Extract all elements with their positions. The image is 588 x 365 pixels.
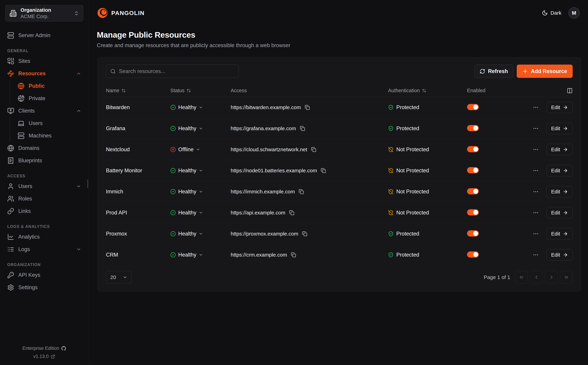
status-dropdown[interactable]: Healthy: [170, 210, 231, 216]
status-dropdown[interactable]: Offline: [170, 147, 231, 153]
row-actions: Edit: [510, 186, 573, 197]
access-cell: https://cloud.schwartznetwork.net: [231, 147, 388, 153]
chevron-down-icon: [199, 190, 203, 194]
edit-button[interactable]: Edit: [547, 165, 573, 176]
row-menu-button[interactable]: [533, 168, 539, 174]
enabled-toggle[interactable]: [467, 104, 479, 110]
column-header-status[interactable]: Status: [170, 88, 231, 93]
edit-button[interactable]: Edit: [547, 144, 573, 155]
status-label: Offline: [178, 147, 194, 153]
enabled-toggle[interactable]: [467, 167, 479, 173]
sidebar-item-analytics[interactable]: Analytics: [5, 231, 83, 243]
shield-check-icon: [388, 126, 394, 131]
copy-url-button[interactable]: [311, 147, 316, 152]
sidebar-item-client-users[interactable]: Users: [15, 117, 83, 129]
column-header-authentication[interactable]: Authentication: [388, 88, 467, 93]
refresh-button[interactable]: Refresh: [474, 64, 513, 78]
copy-url-button[interactable]: [305, 105, 310, 110]
sidebar-item-domains[interactable]: Domains: [5, 142, 83, 154]
copy-url-button[interactable]: [299, 189, 304, 194]
edition-link[interactable]: Enterprise Edition: [22, 346, 66, 351]
add-resource-button[interactable]: Add Resource: [517, 64, 573, 78]
enabled-toggle[interactable]: [467, 230, 479, 237]
circle-check-icon: [170, 168, 176, 173]
copy-url-button[interactable]: [321, 168, 326, 173]
row-menu-button[interactable]: [533, 231, 539, 237]
enabled-toggle[interactable]: [467, 188, 479, 194]
shield-check-icon: [388, 252, 394, 258]
resource-name: Nextcloud: [106, 147, 170, 153]
edit-button[interactable]: Edit: [547, 102, 573, 113]
page-size-select[interactable]: 20: [106, 271, 132, 283]
link-icon: [7, 208, 14, 215]
status-dropdown[interactable]: Healthy: [170, 125, 231, 132]
status-dropdown[interactable]: Healthy: [170, 104, 231, 111]
user-avatar[interactable]: M: [568, 7, 580, 19]
column-header-name[interactable]: Name: [106, 88, 170, 93]
first-page-button[interactable]: [515, 271, 528, 283]
sidebar-item-links[interactable]: Links: [5, 205, 83, 217]
sidebar-item-server-admin[interactable]: Server Admin: [5, 29, 83, 42]
combine-icon: [7, 58, 14, 64]
enabled-toggle[interactable]: [467, 251, 479, 258]
sidebar-item-resources[interactable]: Resources: [5, 67, 83, 80]
access-cell: https://node01.batteries.example.com: [231, 168, 388, 174]
edit-button[interactable]: Edit: [547, 207, 573, 218]
enabled-toggle[interactable]: [467, 146, 479, 152]
sidebar-item-settings[interactable]: Settings: [5, 281, 83, 294]
arrow-right-icon: [563, 252, 568, 257]
status-dropdown[interactable]: Healthy: [170, 252, 231, 258]
row-menu-button[interactable]: [533, 210, 539, 216]
status-dropdown[interactable]: Healthy: [170, 189, 231, 195]
copy-url-button[interactable]: [291, 252, 296, 257]
edit-button[interactable]: Edit: [547, 123, 573, 134]
edit-button[interactable]: Edit: [547, 186, 573, 197]
section-heading-general: GENERAL: [5, 49, 83, 53]
row-menu-button[interactable]: [533, 147, 539, 153]
edit-label: Edit: [551, 126, 560, 131]
copy-url-button[interactable]: [300, 126, 305, 131]
sidebar-item-logs[interactable]: Logs: [5, 243, 83, 256]
search-input[interactable]: [119, 68, 234, 74]
edit-button[interactable]: Edit: [547, 249, 573, 260]
theme-toggle-button[interactable]: Dark: [542, 10, 561, 16]
status-dropdown[interactable]: Healthy: [170, 168, 231, 174]
enabled-toggle[interactable]: [467, 125, 479, 131]
status-dropdown[interactable]: Healthy: [170, 231, 231, 237]
version-link[interactable]: v1.13.0: [33, 354, 55, 359]
sidebar-item-label: Sites: [18, 58, 30, 64]
column-header-access: Access: [231, 88, 388, 93]
previous-page-button[interactable]: [530, 271, 543, 283]
column-visibility-button[interactable]: [510, 88, 573, 94]
edit-button[interactable]: Edit: [547, 228, 573, 239]
row-menu-button[interactable]: [533, 252, 539, 258]
row-menu-button[interactable]: [533, 189, 539, 195]
row-menu-button[interactable]: [533, 125, 539, 132]
resources-submenu: Public Private: [10, 80, 83, 105]
sidebar-item-blueprints[interactable]: Blueprints: [5, 154, 83, 167]
sidebar-item-api-keys[interactable]: API Keys: [5, 269, 83, 281]
copy-url-button[interactable]: [302, 231, 307, 236]
sidebar-item-private[interactable]: Private: [15, 92, 83, 105]
sidebar-item-clients[interactable]: Clients: [5, 105, 83, 117]
last-page-button[interactable]: [560, 271, 573, 283]
org-switcher[interactable]: Organization ACME Corp.: [5, 5, 83, 21]
sidebar-item-sites[interactable]: Sites: [5, 55, 83, 67]
sidebar-item-users[interactable]: Users: [5, 180, 83, 192]
table-row: Prod API Healthy https://api.example.com…: [106, 202, 573, 223]
next-page-button[interactable]: [545, 271, 558, 283]
enabled-cell: [467, 104, 510, 111]
enabled-toggle[interactable]: [467, 209, 479, 216]
sidebar-item-roles[interactable]: Roles: [5, 192, 83, 205]
authentication-cell: Protected: [388, 104, 467, 111]
sidebar-scrollbar-thumb[interactable]: [87, 179, 88, 188]
sidebar-item-public[interactable]: Public: [15, 80, 83, 92]
row-menu-button[interactable]: [533, 104, 539, 111]
table-row: Battery Monitor Healthy https://node01.b…: [106, 160, 573, 181]
sidebar-item-machines[interactable]: Machines: [15, 129, 83, 142]
edit-label: Edit: [551, 210, 560, 216]
enabled-cell: [467, 146, 510, 153]
pager-buttons: [515, 271, 573, 283]
edit-label: Edit: [551, 105, 560, 110]
copy-url-button[interactable]: [289, 210, 294, 215]
